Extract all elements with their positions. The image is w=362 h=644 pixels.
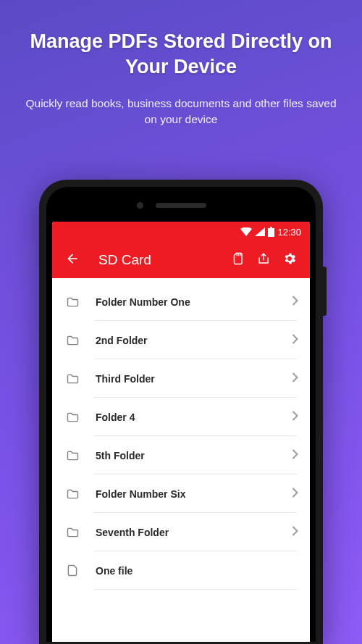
chevron-right-icon: [292, 411, 298, 424]
chevron-right-icon: [292, 372, 298, 385]
sdcard-button[interactable]: [224, 247, 251, 273]
list-item-label: One file: [96, 565, 298, 577]
app-bar: SD Card: [52, 242, 310, 278]
folder-list: Folder Number One 2nd Folder: [52, 278, 310, 590]
list-item-label: 2nd Folder: [96, 335, 292, 346]
phone-side-button: [323, 267, 327, 316]
folder-icon: [65, 374, 80, 384]
list-item[interactable]: Third Folder: [52, 359, 310, 398]
wifi-icon: [240, 227, 252, 236]
svg-rect-0: [270, 227, 272, 228]
status-time: 12:30: [277, 227, 301, 238]
list-item-label: Third Folder: [96, 373, 292, 385]
folder-icon: [65, 451, 80, 461]
back-button[interactable]: [59, 247, 85, 273]
chevron-right-icon: [292, 488, 298, 501]
file-icon: [65, 564, 80, 577]
folder-icon: [65, 335, 80, 346]
settings-button[interactable]: [277, 247, 303, 273]
phone-frame: 12:30 SD Card: [39, 180, 323, 644]
list-item[interactable]: Seventh Folder: [52, 513, 310, 551]
list-item-label: Folder Number One: [96, 296, 292, 308]
folder-icon: [65, 489, 80, 499]
export-button[interactable]: [251, 247, 277, 273]
folder-icon: [65, 297, 80, 307]
chevron-right-icon: [292, 296, 298, 309]
folder-icon: [65, 527, 80, 538]
appbar-title: SD Card: [98, 252, 224, 268]
list-item[interactable]: Folder 4: [52, 398, 310, 436]
chevron-right-icon: [292, 334, 298, 347]
list-item-label: Folder Number Six: [96, 488, 292, 500]
list-item-label: Folder 4: [96, 411, 292, 423]
arrow-left-icon: [65, 251, 80, 269]
list-item[interactable]: One file: [52, 551, 310, 590]
gear-icon: [282, 251, 297, 269]
app-screen: 12:30 SD Card: [52, 222, 310, 642]
chevron-right-icon: [292, 526, 298, 539]
list-item[interactable]: 2nd Folder: [52, 321, 310, 359]
list-item[interactable]: Folder Number Six: [52, 474, 310, 513]
marketing-headline: Manage PDFs Stored Directly on Your Devi…: [0, 0, 362, 80]
list-item-label: Seventh Folder: [96, 527, 292, 538]
phone-earpiece: [156, 203, 206, 208]
cellular-icon: [255, 227, 265, 236]
list-item[interactable]: Folder Number One: [52, 283, 310, 321]
battery-icon: [268, 227, 274, 237]
list-item-label: 5th Folder: [96, 450, 292, 461]
status-bar: 12:30: [52, 222, 310, 242]
sdcard-icon: [231, 252, 244, 268]
marketing-subhead: Quickly read books, business documents a…: [0, 80, 362, 127]
folder-icon: [65, 412, 80, 422]
share-icon: [257, 252, 270, 268]
chevron-right-icon: [292, 449, 298, 462]
list-item[interactable]: 5th Folder: [52, 436, 310, 474]
svg-rect-1: [268, 228, 274, 237]
